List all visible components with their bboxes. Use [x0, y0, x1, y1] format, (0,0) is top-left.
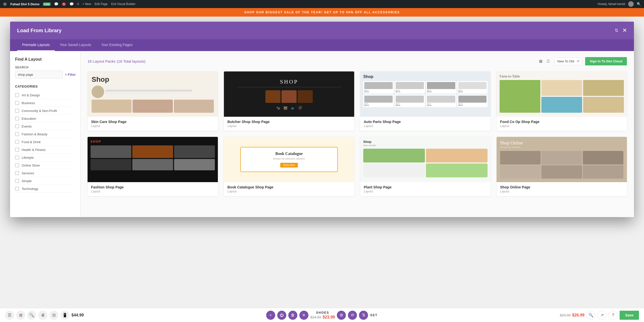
layout-card[interactable]: Shop Part 1 $10.00 Part 2 $15.00	[360, 71, 491, 131]
tab-saved-layouts[interactable]: Your Saved Layouts	[55, 39, 96, 51]
category-item[interactable]: Business	[15, 99, 75, 107]
layout-thumbnail: Shop Part 1 $10.00 Part 2 $15.00	[360, 71, 491, 117]
category-checkbox[interactable]	[15, 109, 19, 113]
layout-card[interactable]: Shop Skin Care Shop Page Layou	[88, 71, 218, 131]
category-label: Technology	[22, 187, 38, 191]
grid-icon-button[interactable]: ⊞	[16, 311, 25, 320]
search-label: Search	[15, 66, 75, 69]
category-item[interactable]: Art & Design	[15, 91, 75, 99]
layout-type: Layout	[227, 124, 351, 128]
delete-button[interactable]: 🗑	[288, 311, 297, 320]
category-item[interactable]: Food & Drink	[15, 138, 75, 146]
layout-card[interactable]: Farm-to-Table Food Co Op Shop Page Layou…	[497, 71, 627, 131]
toolbar-center: + ⏻ 🗑 ✕ SHOES $24.99 $23.99 ⚙ ⟳ ⇅ SET	[84, 311, 560, 320]
layout-thumbnail: SHOP	[88, 137, 218, 182]
category-item[interactable]: Online Store	[15, 162, 75, 169]
category-checkbox[interactable]	[15, 179, 19, 183]
layout-name: Book Catalogue Shop Page	[227, 185, 351, 189]
save-button[interactable]: Save	[620, 311, 639, 320]
help-button[interactable]: ?	[609, 311, 618, 320]
page-background: Load From Library ⇅ ✕ Premade Layouts Yo…	[0, 17, 644, 320]
category-checkbox[interactable]	[15, 187, 19, 191]
edit-page-link[interactable]: Edit Page	[95, 2, 108, 6]
category-label: Lifestyle	[22, 156, 34, 159]
search-right-button[interactable]: 🔍	[586, 311, 595, 320]
category-checkbox[interactable]	[15, 116, 19, 120]
search-admin-icon[interactable]: 🔍	[637, 2, 641, 6]
layout-card[interactable]: SHOP 🐄 🐷 🐟 🦃 Butcher Shop Shop Page	[224, 71, 354, 131]
layout-card[interactable]: Shop Online Discover our collection Shop…	[497, 137, 627, 196]
category-item[interactable]: Events	[15, 123, 75, 130]
category-item[interactable]: Technology	[15, 185, 75, 193]
category-item[interactable]: Health & Fitness	[15, 146, 75, 154]
search-input[interactable]	[15, 71, 63, 78]
layout-info: Butcher Shop Shop Page Layout	[224, 117, 354, 131]
layout-info: Skin Care Shop Page Layout	[88, 117, 218, 131]
modal-title: Load From Library	[17, 28, 62, 33]
category-checkbox[interactable]	[15, 163, 19, 167]
category-item[interactable]: Simple	[15, 177, 75, 185]
tab-existing-pages[interactable]: Your Existing Pages	[96, 39, 138, 51]
mobile-view-button[interactable]: 📱	[60, 311, 69, 320]
add-section-button[interactable]: +	[266, 311, 275, 320]
tablet-view-button[interactable]: ⊟	[49, 311, 58, 320]
bottom-toolbar: ☰ ⊞ 🔍 🖥 ⊟ 📱 $44.99 + ⏻ 🗑 ✕ SHOES $24.99 …	[0, 308, 644, 320]
category-checkbox[interactable]	[15, 93, 19, 97]
category-item[interactable]: Lifestyle	[15, 154, 75, 162]
category-item[interactable]: Fashion & Beauty	[15, 130, 75, 138]
category-checkbox[interactable]	[15, 171, 19, 175]
layout-card[interactable]: Shop New Arrivals Plant Shop Page Layout	[360, 137, 491, 196]
shoes-new-price: $23.99	[323, 315, 335, 319]
count-label: 16 Layout Packs	[88, 59, 115, 63]
toolbar-right: $29.99 $26.99 🔍 ↗ ? Save	[560, 311, 639, 320]
list-view-icon[interactable]: ☰	[545, 57, 551, 65]
categories-title: Categories	[15, 85, 75, 88]
total-label: (16 Total layouts)	[117, 59, 145, 63]
category-checkbox[interactable]	[15, 148, 19, 152]
layout-thumbnail: SHOP 🐄 🐷 🐟 🦃	[224, 71, 354, 117]
layout-card[interactable]: SHOP	[88, 137, 218, 196]
category-checkbox[interactable]	[15, 132, 19, 136]
category-checkbox[interactable]	[15, 155, 19, 159]
category-checkbox[interactable]	[15, 101, 19, 105]
layout-name: Skin Care Shop Page	[91, 120, 214, 124]
category-label: Education	[22, 117, 36, 120]
category-item[interactable]: Education	[15, 115, 75, 123]
search-toolbar-button[interactable]: 🔍	[27, 311, 36, 320]
layouts-count: 16 Layout Packs (16 Total layouts)	[88, 59, 145, 64]
power-button[interactable]: ⏻	[277, 311, 286, 320]
tab-premade-layouts[interactable]: Premade Layouts	[17, 39, 55, 51]
category-checkbox[interactable]	[15, 124, 19, 128]
sort-select[interactable]: New To OldOld To NewA to ZZ to A	[554, 57, 582, 65]
toolbar-left: ☰ ⊞ 🔍 🖥 ⊟ 📱 $44.99	[5, 311, 84, 320]
admin-bar: ⊕ Fahad Divi 5 Demo Live 💬 1 💬 0 + New E…	[0, 0, 644, 8]
comment-count: 0	[77, 2, 79, 6]
layout-thumbnail: Shop New Arrivals	[360, 137, 491, 182]
sort-button[interactable]: ⇅	[359, 311, 368, 320]
adjust-icon[interactable]: ⇅	[615, 28, 618, 33]
history-button[interactable]: ⟳	[348, 311, 357, 320]
main-header-right: ⊞ ☰ New To OldOld To NewA to ZZ to A Sig…	[538, 57, 627, 65]
menu-icon-button[interactable]: ☰	[5, 311, 14, 320]
share-button[interactable]: ↗	[597, 311, 607, 320]
category-checkbox[interactable]	[15, 140, 19, 144]
site-name[interactable]: Fahad Divi 5 Demo	[10, 2, 39, 6]
modal-header: Load From Library ⇅ ✕	[10, 22, 634, 39]
filter-button[interactable]: + Filter	[65, 73, 76, 76]
layout-type: Layout	[500, 190, 623, 193]
set-new-price: $26.99	[572, 313, 584, 317]
modal: Load From Library ⇅ ✕ Premade Layouts Yo…	[10, 22, 634, 217]
sign-in-cloud-button[interactable]: Sign In To Divi Cloud	[585, 57, 627, 65]
desktop-view-button[interactable]: 🖥	[38, 311, 47, 320]
close-button[interactable]: ✕	[299, 311, 308, 320]
grid-view-icon[interactable]: ⊞	[538, 57, 544, 65]
modal-close-button[interactable]: ✕	[622, 27, 627, 34]
category-item[interactable]: Services	[15, 169, 75, 177]
layout-info: Shop Online Page Layout	[497, 182, 627, 196]
new-link[interactable]: + New	[83, 2, 91, 6]
gear-button[interactable]: ⚙	[337, 311, 346, 320]
exit-builder-link[interactable]: Exit Visual Builder	[111, 2, 136, 6]
category-item[interactable]: Community & Non-Profit	[15, 107, 75, 115]
layout-card[interactable]: Book Catalogue Browse our extensive coll…	[224, 137, 354, 196]
layout-name: Auto Parts Shop Page	[364, 120, 487, 124]
